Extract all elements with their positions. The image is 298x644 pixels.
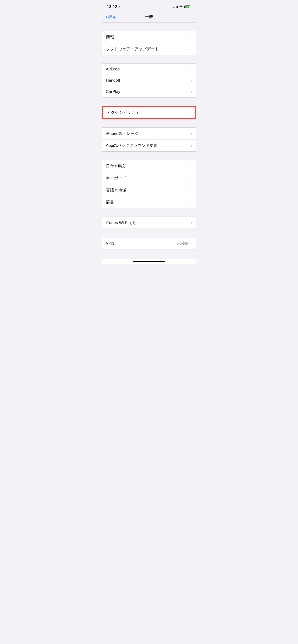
row-label-iphone-storage: iPhoneストレージ — [106, 131, 139, 136]
back-label: 設定 — [108, 14, 117, 20]
settings-row-accessibility[interactable]: アクセシビリティ › — [103, 106, 195, 118]
chevron-icon: › — [191, 132, 192, 136]
settings-group-1: 情報 › ソフトウェア・アップデート › — [102, 31, 196, 55]
chevron-icon: › — [191, 144, 192, 148]
settings-content: 情報 › ソフトウェア・アップデート › AirDrop › Handoff › — [102, 22, 196, 259]
signal-bars-icon — [173, 6, 178, 8]
home-indicator — [133, 261, 165, 262]
row-label-vpn: VPN — [106, 241, 114, 246]
settings-row-app-background[interactable]: Appのバックグラウンド更新 › — [102, 140, 196, 152]
settings-row-vpn[interactable]: VPN 未接続 › — [102, 237, 196, 250]
location-arrow-icon: ↗ — [118, 5, 121, 8]
row-label-date-time: 日付と時刻 — [106, 164, 126, 169]
section-spacer-5 — [102, 152, 196, 160]
section-spacer-4 — [102, 119, 196, 128]
nav-bar: ‹ 設定 一般 — [102, 12, 196, 22]
row-label-carplay: CarPlay — [106, 89, 120, 94]
chevron-icon: › — [191, 90, 192, 94]
section-spacer-3 — [102, 98, 196, 106]
row-label-airdrop: AirDrop — [106, 67, 120, 72]
settings-group-5: 日付と時刻 › キーボード › 言語と地域 › 辞書 › — [102, 160, 196, 208]
accessibility-highlighted-group: アクセシビリティ › — [102, 106, 196, 119]
chevron-icon: › — [191, 78, 192, 82]
settings-row-keyboard[interactable]: キーボード › — [102, 172, 196, 184]
wifi-icon — [179, 5, 183, 9]
settings-row-date-time[interactable]: 日付と時刻 › — [102, 160, 196, 172]
row-label-language-region: 言語と地域 — [106, 187, 126, 193]
row-label-keyboard: キーボード — [106, 176, 126, 181]
chevron-icon: › — [191, 176, 192, 180]
settings-row-airdrop[interactable]: AirDrop › — [102, 64, 196, 75]
row-label-dictionary: 辞書 — [106, 199, 114, 205]
back-button[interactable]: ‹ 設定 — [106, 14, 117, 20]
chevron-icon: › — [191, 221, 192, 225]
chevron-icon: › — [191, 47, 192, 51]
chevron-icon: › — [191, 242, 192, 245]
section-spacer-6 — [102, 208, 196, 216]
settings-row-handoff[interactable]: Handoff › — [102, 75, 196, 86]
row-label-joho: 情報 — [106, 34, 114, 40]
settings-group-2: AirDrop › Handoff › CarPlay › — [102, 64, 196, 98]
settings-row-itunes-wifi[interactable]: iTunes Wi-Fi同期 › — [102, 217, 196, 228]
chevron-icon: › — [191, 188, 192, 192]
settings-row-iphone-storage[interactable]: iPhoneストレージ › — [102, 128, 196, 140]
settings-row-carplay[interactable]: CarPlay › — [102, 86, 196, 97]
settings-row-language-region[interactable]: 言語と地域 › — [102, 184, 196, 196]
settings-row-dictionary[interactable]: 辞書 › — [102, 196, 196, 208]
row-label-itunes-wifi: iTunes Wi-Fi同期 — [106, 220, 137, 226]
back-chevron-icon: ‹ — [106, 14, 108, 20]
row-label-accessibility: アクセシビリティ — [107, 110, 139, 115]
page-title: 一般 — [145, 14, 153, 20]
row-label-software: ソフトウェア・アップデート — [106, 46, 159, 52]
bottom-spacer — [102, 250, 196, 259]
row-label-handoff: Handoff — [106, 78, 120, 83]
chevron-icon: › — [191, 200, 192, 204]
status-time: 13:12 ↗ — [107, 4, 121, 9]
settings-row-software[interactable]: ソフトウェア・アップデート › — [102, 43, 196, 55]
section-spacer-1 — [102, 22, 196, 31]
settings-group-4: iPhoneストレージ › Appのバックグラウンド更新 › — [102, 128, 196, 152]
status-bar: 13:12 ↗ ⚡ — [102, 0, 196, 12]
status-icons: ⚡ — [173, 5, 191, 9]
bottom-bar — [102, 259, 196, 264]
settings-row-joho[interactable]: 情報 › — [102, 31, 196, 43]
chevron-icon: › — [191, 67, 192, 71]
section-spacer-2 — [102, 55, 196, 64]
settings-group-6: iTunes Wi-Fi同期 › — [102, 216, 196, 229]
chevron-icon: › — [190, 111, 192, 114]
chevron-icon: › — [191, 35, 192, 39]
battery-icon: ⚡ — [184, 6, 191, 8]
chevron-icon: › — [191, 164, 192, 168]
vpn-status: 未接続 — [177, 240, 189, 246]
row-label-app-background: Appのバックグラウンド更新 — [106, 143, 158, 148]
